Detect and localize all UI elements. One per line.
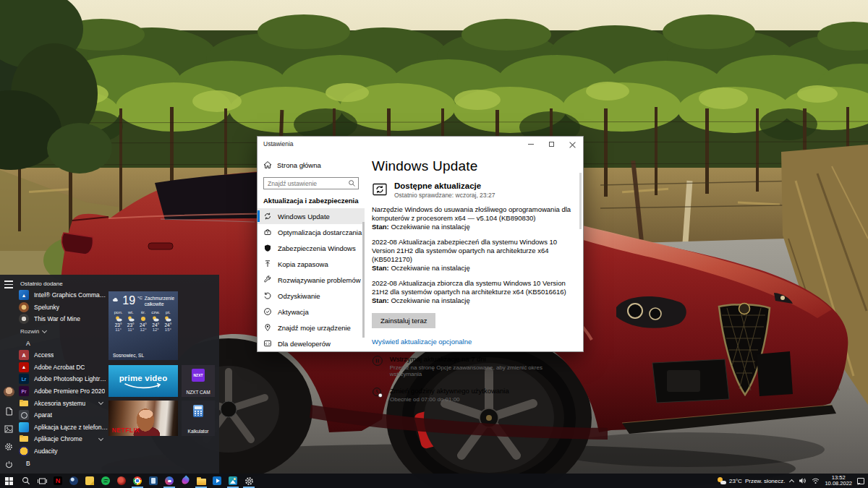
pictures-icon (4, 425, 13, 433)
page-title: Windows Update (372, 158, 573, 174)
hidden-icons-chevron[interactable] (790, 479, 793, 484)
nav-item-label: Windows Update (278, 213, 330, 221)
taskbar-movies-tv[interactable] (209, 474, 225, 488)
action-center-button[interactable] (857, 478, 864, 484)
settings-nav: Strona główna Aktualizacja i zabezpiecze… (258, 153, 365, 352)
sun-cloud-icon (152, 316, 159, 322)
update-name: 2022-08 Aktualizacja zbiorcza dla system… (372, 279, 573, 296)
tile-nzxt-cam[interactable]: NZXT NZXT CAM (182, 365, 215, 397)
nav-item-windows-security[interactable]: Zabezpieczenia Windows (258, 240, 365, 256)
content-scrollbar[interactable] (579, 173, 582, 229)
pause-updates-item[interactable]: Wstrzymaj aktualizacje na 7 dni Przejdź … (372, 355, 573, 377)
tray-weather-temp: 23°C (729, 478, 742, 484)
nav-item-recovery[interactable]: Odzyskiwanie (258, 288, 365, 304)
close-button[interactable] (562, 137, 583, 151)
folder-item-system-accessories[interactable]: Akcesoria systemu (19, 397, 109, 409)
minimize-button[interactable] (520, 137, 541, 151)
tile-netflix[interactable]: NETFLIX (109, 401, 178, 436)
backup-icon (263, 260, 272, 268)
network-button[interactable] (812, 477, 820, 484)
taskbar-game[interactable] (114, 474, 129, 488)
app-item-audacity[interactable]: Audacity (19, 445, 109, 458)
taskbar-notes[interactable] (82, 474, 98, 488)
letter-header-b[interactable]: B (26, 457, 109, 469)
taskbar-steam[interactable] (66, 474, 82, 488)
sun-icon (140, 316, 147, 322)
taskbar-search-button[interactable] (18, 474, 34, 488)
start-button[interactable] (0, 474, 18, 488)
maximize-button[interactable] (541, 137, 562, 151)
user-avatar-button[interactable] (4, 387, 14, 398)
expand-button[interactable]: Rozwiń (20, 325, 109, 338)
taskbar-calculator[interactable] (145, 474, 161, 488)
volume-button[interactable] (799, 477, 807, 484)
taskbar-chrome[interactable] (129, 474, 145, 488)
settings-button[interactable] (4, 442, 13, 451)
menu-expand-button[interactable] (4, 281, 13, 288)
nav-item-troubleshoot[interactable]: Rozwiązywanie problemów (258, 272, 365, 288)
nav-item-label: Optymalizacja dostarczania (278, 228, 362, 236)
window-title: Ustawienia (263, 140, 294, 147)
app-item-premiere-pro[interactable]: PrAdobe Premiere Pro 2020 (19, 385, 109, 398)
netflix-icon: N (54, 476, 62, 485)
app-item-access[interactable]: AAccess (19, 349, 109, 361)
access-icon: A (19, 350, 29, 360)
nav-item-delivery-optimization[interactable]: Optymalizacja dostarczania (258, 224, 365, 240)
taskbar-settings[interactable] (241, 474, 257, 488)
search-icon (22, 476, 30, 485)
nav-item-label: Dla deweloperów (278, 340, 331, 348)
gear-icon (4, 442, 13, 451)
developer-mode-icon (263, 339, 272, 348)
last-checked-text: Ostatnio sprawdzane: wczoraj, 23:27 (394, 192, 495, 199)
update-name: Narzędzie Windows do usuwania złośliwego… (372, 205, 573, 223)
nav-item-windows-update[interactable]: Windows Update (258, 208, 365, 224)
app-item-adobe-acrobat[interactable]: ▲Adobe Acrobat DC (19, 361, 109, 374)
install-now-button[interactable]: Zainstaluj teraz (372, 313, 435, 328)
letter-header-a[interactable]: A (26, 337, 109, 349)
taskbar-photos[interactable] (225, 474, 241, 488)
pictures-button[interactable] (4, 425, 13, 433)
settings-search-input[interactable] (263, 177, 359, 189)
weather-forecast: pon.23°11° wt.23°11° śr.24°12° czw.24°12… (112, 310, 174, 332)
nav-home[interactable]: Strona główna (263, 158, 359, 171)
app-item-spelunky[interactable]: Spelunky (19, 301, 109, 314)
taskbar-paint3d[interactable] (177, 474, 193, 488)
windows-update-page: Windows Update Dostępne aktualizacje Ost… (365, 153, 583, 352)
app-item-lightroom[interactable]: LrAdobe Photoshop Lightroom 5.7.1 64... (19, 373, 109, 385)
power-button[interactable] (5, 461, 13, 468)
steam-icon (69, 476, 78, 485)
documents-button[interactable] (5, 407, 13, 416)
app-item-intel-gcc[interactable]: ▲Intel® Graphics Command Center (Be... (19, 289, 109, 301)
network-icon (812, 477, 820, 484)
app-item-phone-link[interactable]: Aplikacja Łącze z telefonem (19, 421, 109, 434)
nav-item-backup[interactable]: Kopia zapasowa (258, 256, 365, 272)
optional-updates-link[interactable]: Wyświetl aktualizacje opcjonalne (372, 338, 472, 346)
taskbar-file-explorer[interactable] (193, 474, 209, 488)
phone-link-icon (19, 422, 29, 432)
tile-calculator[interactable]: Kalkulator (182, 401, 215, 436)
taskbar-game-bar[interactable] (161, 474, 177, 488)
taskbar-netflix[interactable]: N (50, 474, 66, 488)
settings-titlebar[interactable]: Ustawienia (258, 137, 583, 153)
tile-prime-video[interactable]: prime video (109, 365, 178, 397)
nav-item-find-my-device[interactable]: Znajdź moje urządzenie (258, 320, 365, 335)
app-item-this-war-of-mine[interactable]: This War of Mine (19, 313, 109, 325)
update-status: Oczekiwanie na instalację (391, 296, 469, 304)
wrench-icon (263, 275, 272, 284)
camera-icon (19, 410, 29, 420)
sun-cloud-icon (115, 316, 122, 322)
nav-item-activation[interactable]: Aktywacja (258, 304, 365, 320)
selected-accent-bar (258, 210, 260, 222)
tray-weather[interactable]: 23°C Przew. słonecz. (718, 477, 785, 484)
task-view-button[interactable] (34, 474, 50, 488)
tile-weather[interactable]: 19 °C Zachmurzeniecałkowite pon.23°11° w… (109, 291, 178, 360)
delivery-optimization-icon (263, 228, 272, 236)
folder-item-chrome-apps[interactable]: Aplikacje Chrome (19, 433, 109, 445)
active-hours-item[interactable]: Zmień godziny aktywnego użytkowania Obec… (372, 387, 573, 403)
tray-clock[interactable]: 13:52 10.08.2022 (825, 475, 852, 487)
app-item-camera[interactable]: Aparat (19, 409, 109, 421)
current-temp: 19 (122, 295, 135, 307)
recovery-icon (263, 291, 272, 300)
taskbar-spotify[interactable] (98, 474, 114, 488)
nav-item-developers[interactable]: Dla deweloperów (258, 335, 365, 351)
